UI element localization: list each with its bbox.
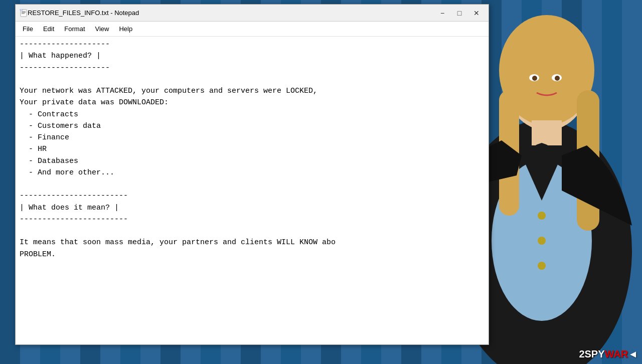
menu-format[interactable]: Format (59, 23, 90, 35)
notepad-icon (20, 9, 28, 17)
window-title: RESTORE_FILES_INFO.txt - Notepad (28, 9, 434, 17)
svg-rect-10 (532, 120, 562, 145)
title-bar: RESTORE_FILES_INFO.txt - Notepad − □ ✕ (16, 5, 489, 22)
menu-help[interactable]: Help (114, 23, 137, 35)
window-controls: − □ ✕ (434, 8, 485, 19)
svg-point-13 (538, 212, 546, 220)
maximize-button[interactable]: □ (451, 8, 467, 19)
menu-file[interactable]: File (18, 23, 38, 35)
notepad-text-area[interactable]: -------------------- | What happened? | … (16, 37, 489, 344)
svg-point-8 (532, 76, 537, 81)
menu-view[interactable]: View (90, 23, 114, 35)
notepad-window: RESTORE_FILES_INFO.txt - Notepad − □ ✕ F… (15, 4, 489, 345)
svg-point-14 (538, 237, 546, 245)
close-button[interactable]: ✕ (468, 8, 485, 19)
svg-point-9 (555, 76, 560, 81)
svg-point-15 (538, 262, 546, 270)
svg-rect-20 (20, 9, 23, 11)
watermark: 2SPYWAR◄ (579, 348, 638, 360)
minimize-button[interactable]: − (434, 8, 450, 19)
watermark-text: 2SPYWAR◄ (579, 348, 638, 359)
menu-bar: File Edit Format View Help (16, 22, 489, 37)
menu-edit[interactable]: Edit (38, 23, 59, 35)
